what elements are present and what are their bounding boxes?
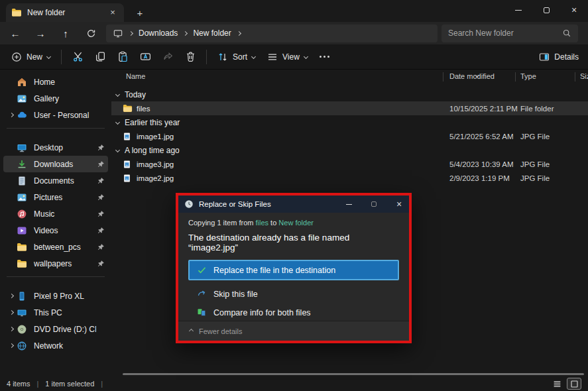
breadcrumb-item-new-folder[interactable]: New folder (193, 28, 231, 38)
pin-icon (96, 227, 105, 235)
up-button[interactable]: ↑ (56, 24, 76, 42)
details-view-toggle[interactable] (550, 378, 564, 390)
sidebar-item-this-pc[interactable]: This PC (3, 304, 108, 321)
share-button[interactable] (156, 48, 179, 66)
fewer-details-toggle[interactable]: Fewer details (178, 321, 409, 341)
view-button[interactable]: View (261, 48, 314, 66)
column-header-date-modified[interactable]: Date modified (449, 72, 495, 80)
group-header-today[interactable]: Today (111, 87, 588, 101)
image-file-icon (123, 159, 133, 169)
network-icon (17, 341, 28, 351)
skip-file-button[interactable]: Skip this file (188, 289, 399, 299)
group-header-earlier-this-year[interactable]: Earlier this year (111, 115, 588, 129)
column-header-type[interactable]: Type (520, 72, 536, 80)
column-header-name[interactable]: Name (126, 72, 145, 80)
paste-button[interactable] (111, 48, 134, 66)
delete-button[interactable] (179, 48, 202, 66)
file-row-image2[interactable]: image2.jpg 2/9/2023 1:19 PM JPG File (111, 171, 588, 185)
chevron-right-icon[interactable] (9, 113, 13, 117)
sidebar-item-pixel-9-pro-xl[interactable]: Pixel 9 Pro XL (3, 288, 108, 304)
replace-file-button[interactable]: Replace the file in the destination (188, 260, 399, 280)
status-bar: 4 items | 1 item selected | (0, 376, 588, 391)
sidebar-item-music[interactable]: Music (3, 205, 108, 222)
sidebar-item-between-pcs[interactable]: between_pcs (3, 239, 108, 255)
sidebar-item-downloads[interactable]: Downloads (3, 156, 108, 172)
source-folder-link[interactable]: files (255, 219, 268, 227)
minimize-button[interactable] (504, 0, 532, 20)
compare-files-button[interactable]: Compare info for both files (188, 307, 399, 317)
videos-icon (17, 225, 28, 236)
group-header-a-long-time-ago[interactable]: A long time ago (111, 143, 588, 157)
sidebar-item-desktop[interactable]: Desktop (3, 139, 108, 156)
breadcrumb-item-downloads[interactable]: Downloads (139, 28, 178, 38)
maximize-button[interactable] (532, 0, 560, 20)
sidebar-separator (7, 276, 105, 277)
copy-status-line: Copying 1 item from files to New folder (188, 219, 399, 227)
toolbar-separator (61, 50, 62, 64)
file-row-image1[interactable]: image1.jpg 5/21/2025 6:52 AM JPG File (111, 129, 588, 143)
maximize-icon (371, 201, 377, 207)
horizontal-scrollbar[interactable] (123, 373, 584, 375)
sidebar-item-documents[interactable]: Documents (3, 172, 108, 189)
sidebar-item-home[interactable]: Home (3, 74, 108, 90)
sidebar-item-wallpapers[interactable]: wallpapers (3, 255, 108, 272)
column-separator[interactable] (515, 72, 516, 82)
refresh-button[interactable] (81, 24, 101, 42)
close-icon: × (571, 5, 577, 15)
chevron-down-icon (115, 120, 120, 125)
forward-button[interactable]: → (30, 24, 50, 42)
destination-folder-link[interactable]: New folder (278, 219, 314, 227)
cut-icon (72, 51, 84, 62)
sort-button[interactable]: Sort (211, 48, 261, 66)
sidebar-item-pictures[interactable]: Pictures (3, 189, 108, 205)
dialog-minimize-button[interactable] (339, 196, 359, 213)
sidebar-item-dvd-drive[interactable]: DVD Drive (D:) CPRA_X64FRE_ (3, 321, 108, 337)
minimize-icon (346, 204, 352, 205)
column-separator[interactable] (575, 72, 575, 82)
refresh-icon (86, 28, 96, 38)
search-input[interactable] (448, 28, 562, 38)
sidebar-item-user-personal[interactable]: User - Personal (3, 107, 108, 123)
sidebar-item-gallery[interactable]: Gallery (3, 90, 108, 107)
copy-button[interactable] (89, 48, 111, 66)
file-row-image3[interactable]: image3.jpg 5/4/2023 10:39 AM JPG File (111, 157, 588, 171)
search-box[interactable] (441, 25, 578, 42)
documents-icon (17, 176, 28, 186)
desktop-icon (17, 142, 28, 153)
explorer-tab[interactable]: New folder × (6, 3, 124, 22)
details-pane-button[interactable]: Details (539, 52, 579, 62)
sidebar-item-videos[interactable]: Videos (3, 222, 108, 239)
large-icons-view-toggle[interactable] (567, 378, 581, 390)
large-icons-view-icon (570, 380, 579, 388)
command-bar: New Sort View (0, 44, 588, 70)
chevron-right-icon[interactable] (9, 327, 13, 331)
back-button[interactable]: ← (5, 24, 25, 42)
sort-icon (217, 52, 228, 62)
file-explorer-window: New folder × + × ← → ↑ Downloads New fol… (0, 0, 588, 391)
new-tab-button[interactable]: + (133, 7, 147, 19)
phone-icon (17, 291, 28, 302)
rename-button[interactable] (134, 48, 156, 66)
tab-close-icon[interactable]: × (107, 7, 119, 19)
chevron-right-icon[interactable] (9, 294, 13, 298)
close-button[interactable]: × (560, 0, 588, 20)
chevron-right-icon[interactable] (9, 310, 13, 315)
breadcrumb-chevron-icon[interactable] (237, 30, 241, 35)
chevron-right-icon[interactable] (9, 343, 13, 348)
dialog-close-button[interactable]: × (389, 196, 409, 213)
pin-icon (96, 194, 105, 201)
this-pc-icon[interactable] (113, 28, 123, 38)
copy-icon (95, 51, 106, 62)
sidebar-item-network[interactable]: Network (3, 337, 108, 354)
column-separator[interactable] (443, 72, 443, 82)
search-icon[interactable] (562, 28, 571, 38)
file-row-files[interactable]: files 10/15/2025 2:11 PM File folder (111, 101, 588, 115)
column-header-size[interactable]: Size (580, 72, 588, 80)
chevron-down-icon (115, 148, 120, 152)
new-button[interactable]: New (5, 48, 56, 66)
chevron-down-icon (115, 92, 120, 97)
cut-button[interactable] (66, 48, 89, 66)
dialog-maximize-button[interactable] (364, 196, 384, 213)
more-options-button[interactable] (314, 48, 336, 66)
pin-icon (96, 210, 105, 218)
